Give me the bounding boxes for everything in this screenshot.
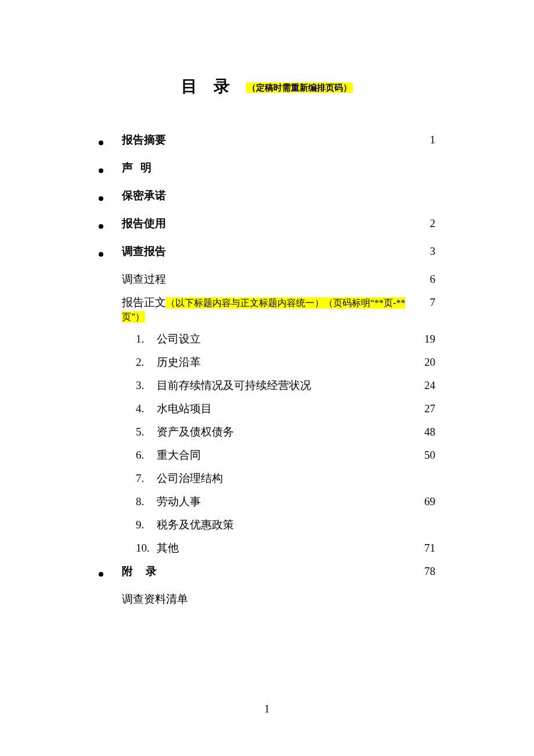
toc-sub-body: 报告正文（以下标题内容与正文标题内容统一）（页码标明“**页-**页”） 7 [99,295,435,323]
toc-item-report: 调查报告 3 [99,244,435,259]
toc-title: 目录（定稿时需重新编排页码） [99,75,435,98]
toc-page: 2 [412,217,435,230]
bullet-icon [99,139,122,147]
item-label: 税务及优惠政策 [157,517,412,532]
item-number: 10. [136,542,157,555]
list-item: 1. 公司设立 19 [99,332,435,347]
item-number: 8. [136,495,157,508]
page-number-footer: 1 [0,703,534,715]
item-label: 公司治理结构 [157,471,412,486]
item-page: 27 [412,402,435,415]
item-page: 20 [412,356,435,369]
toc-page: 7 [412,296,435,309]
toc-label: 报告摘要 [122,132,412,147]
toc-item-appendix: 附录 78 [99,564,435,579]
list-item: 3. 目前存续情况及可持续经营状况 24 [99,378,435,393]
toc-label: 报告使用 [122,216,412,231]
toc-label: 声 明 [122,160,412,175]
item-number: 9. [136,519,157,531]
toc-sub-appendix: 调查资料清单 [99,592,435,607]
toc-item-statement: 声 明 [99,160,435,175]
list-item: 9. 税务及优惠政策 [99,517,435,532]
item-number: 3. [136,379,157,392]
item-label: 资产及债权债务 [157,424,412,440]
item-label: 水电站项目 [157,401,412,416]
list-item: 6. 重大合同 50 [99,448,435,463]
list-item: 7. 公司治理结构 [99,471,435,486]
toc-label: 保密承诺 [122,188,412,203]
item-label: 历史沿革 [157,355,412,370]
list-item: 10. 其他 71 [99,541,435,556]
body-label: 报告正文 [122,296,166,308]
toc-title-note: （定稿时需重新编排页码） [246,82,353,93]
bullet-icon [99,250,122,258]
item-label: 目前存续情况及可持续经营状况 [157,378,412,393]
list-item: 2. 历史沿革 20 [99,355,435,370]
toc-sub-process: 调查过程 6 [99,272,435,287]
toc-title-main: 目录 [181,77,246,95]
item-number: 2. [136,356,157,369]
item-page: 50 [412,449,435,462]
item-page: 48 [412,426,435,438]
toc-list: 报告摘要 1 声 明 保密承诺 报告使用 2 调查报告 3 调查过程 6 报告正… [99,132,435,607]
item-label: 重大合同 [157,448,412,463]
toc-label: 附录 [122,564,412,579]
item-label: 公司设立 [157,332,412,347]
bullet-icon [99,195,122,203]
item-page: 19 [412,333,435,345]
item-number: 6. [136,449,157,462]
bullet-icon [99,167,122,175]
toc-label: 调查资料清单 [122,592,412,607]
numbered-list: 1. 公司设立 19 2. 历史沿革 20 3. 目前存续情况及可持续经营状况 … [99,332,435,556]
bullet-icon [99,222,122,231]
list-item: 5. 资产及债权债务 48 [99,424,435,440]
toc-page: 6 [412,273,435,286]
bullet-icon [99,570,122,578]
item-label: 其他 [157,541,412,556]
toc-item-confidential: 保密承诺 [99,188,435,203]
item-number: 7. [136,472,157,485]
toc-item-summary: 报告摘要 1 [99,132,435,147]
toc-page: 3 [412,245,435,258]
item-label: 劳动人事 [157,494,412,509]
item-number: 1. [136,333,157,345]
item-page: 69 [412,495,435,508]
item-number: 4. [136,402,157,415]
toc-page: 1 [412,134,435,146]
list-item: 8. 劳动人事 69 [99,494,435,509]
toc-label: 调查报告 [122,244,412,259]
toc-label: 调查过程 [122,272,412,287]
item-page: 71 [412,542,435,555]
toc-item-usage: 报告使用 2 [99,216,435,231]
list-item: 4. 水电站项目 27 [99,401,435,416]
item-number: 5. [136,426,157,438]
toc-label: 报告正文（以下标题内容与正文标题内容统一）（页码标明“**页-**页”） [122,295,412,323]
toc-page: 78 [412,565,435,578]
item-page: 24 [412,379,435,392]
